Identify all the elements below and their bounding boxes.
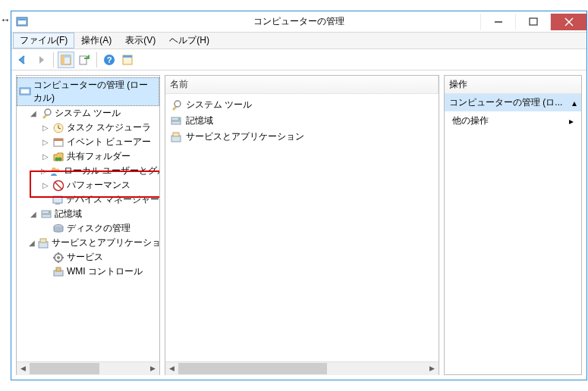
tree-h-scrollbar[interactable]: ◀ ▶ — [17, 361, 159, 374]
column-name[interactable]: 名前 — [165, 76, 439, 93]
list-item[interactable]: 記憶域 — [168, 113, 435, 129]
tree-label: パフォーマンス — [67, 179, 130, 192]
svg-point-26 — [56, 168, 60, 172]
storage-icon — [170, 115, 182, 127]
tree-label: イベント ビューアー — [67, 136, 151, 149]
tree-task-scheduler[interactable]: ▷ タスク スケジューラ — [17, 120, 159, 135]
tree-label: ディスクの管理 — [67, 222, 130, 235]
scroll-thumb[interactable] — [30, 363, 99, 374]
tree-body: コンピューターの管理 (ローカル) ◢ システム ツール ▷ タスク スケジュー… — [17, 76, 159, 361]
list-h-scrollbar[interactable]: ◀ ▶ — [165, 361, 439, 374]
svg-rect-2 — [18, 19, 26, 20]
users-icon — [49, 165, 61, 177]
menu-view[interactable]: 表示(V) — [118, 33, 162, 48]
forward-button[interactable] — [33, 52, 49, 68]
tree-root[interactable]: コンピューターの管理 (ローカル) — [17, 77, 159, 106]
list-header[interactable]: 名前 — [165, 76, 439, 94]
svg-rect-43 — [171, 121, 181, 124]
actions-group-label: コンピューターの管理 (ロ... — [449, 96, 562, 109]
tree-device-manager[interactable]: デバイス マネージャー — [17, 192, 159, 207]
svg-rect-40 — [56, 267, 61, 271]
expand-icon[interactable]: ▷ — [41, 124, 50, 132]
actions-more[interactable]: 他の操作 ▸ — [445, 111, 581, 130]
tree-services-apps[interactable]: ◢ サービスとアプリケーション — [17, 236, 159, 250]
scroll-thumb[interactable] — [178, 363, 327, 374]
tools-icon — [40, 108, 52, 120]
tree-local-users[interactable]: ▷ ローカル ユーザーとグループ — [17, 164, 159, 178]
main-window: コンピューターの管理 ファイル(F) 操作(A) 表示(V) ヘルプ(H) ? — [11, 11, 587, 380]
expand-icon[interactable]: ▷ — [41, 138, 50, 146]
list-item[interactable]: サービスとアプリケーション — [168, 129, 435, 145]
svg-point-25 — [52, 167, 56, 172]
list-item-label: 記憶域 — [186, 114, 213, 127]
svg-rect-22 — [54, 139, 63, 141]
tree-disk-management[interactable]: ディスクの管理 — [17, 221, 159, 236]
list-item[interactable]: システム ツール — [168, 97, 435, 113]
svg-point-17 — [45, 109, 51, 115]
scroll-left-button[interactable]: ◀ — [17, 362, 30, 375]
chevron-right-icon: ▸ — [569, 116, 574, 127]
svg-point-44 — [178, 118, 180, 120]
close-button[interactable] — [550, 14, 586, 30]
list-body: システム ツール 記憶域 サービスとアプリケーション — [165, 94, 439, 361]
tree-services[interactable]: サービス — [17, 250, 159, 264]
export-button[interactable] — [76, 52, 93, 68]
resize-cursor: ↔ — [0, 14, 11, 26]
svg-rect-46 — [173, 133, 179, 136]
scroll-left-button[interactable]: ◀ — [165, 362, 178, 375]
actions-item-label: 他の操作 — [452, 114, 489, 127]
actions-header: 操作 — [445, 76, 581, 94]
expand-icon[interactable]: ▷ — [41, 167, 47, 175]
svg-rect-36 — [40, 239, 46, 242]
menu-file[interactable]: ファイル(F) — [13, 33, 74, 48]
tree-label: WMI コントロール — [67, 265, 143, 278]
list-item-label: システム ツール — [186, 99, 252, 111]
scroll-right-button[interactable]: ▶ — [146, 362, 159, 375]
computer-icon — [19, 86, 31, 98]
scroll-right-button[interactable]: ▶ — [426, 362, 439, 375]
app-icon — [16, 16, 28, 28]
menubar: ファイル(F) 操作(A) 表示(V) ヘルプ(H) — [11, 33, 586, 49]
maximize-button[interactable] — [515, 14, 550, 30]
svg-rect-10 — [80, 56, 86, 64]
tree-label: サービスとアプリケーション — [52, 236, 159, 249]
clock-icon — [52, 122, 64, 134]
tree-label: 共有フォルダー — [67, 150, 130, 163]
device-icon — [52, 194, 64, 206]
tree-label: デバイス マネージャー — [66, 193, 159, 206]
svg-rect-32 — [42, 214, 51, 217]
tree-shared-folders[interactable]: ▷ 共有フォルダー — [17, 149, 159, 164]
collapse-up-icon[interactable]: ▴ — [572, 98, 577, 108]
tree-label: ローカル ユーザーとグループ — [64, 164, 159, 177]
properties-button[interactable] — [119, 52, 136, 68]
svg-rect-8 — [61, 55, 64, 64]
collapse-icon[interactable]: ◢ — [29, 239, 35, 247]
minimize-button[interactable] — [480, 14, 515, 30]
show-hide-tree-button[interactable] — [58, 52, 74, 68]
svg-rect-4 — [530, 18, 537, 25]
collapse-icon[interactable]: ◢ — [29, 210, 38, 218]
tree-label: サービス — [67, 251, 103, 264]
scroll-track[interactable] — [178, 362, 426, 375]
tree-wmi-control[interactable]: WMI コントロール — [17, 264, 159, 279]
tree-storage[interactable]: ◢ 記憶域 — [17, 207, 159, 221]
actions-group[interactable]: コンピューターの管理 (ロ... ▴ — [445, 94, 581, 111]
tree-label: システム ツール — [55, 107, 121, 120]
expand-icon[interactable]: ▷ — [41, 152, 50, 161]
tree-system-tools[interactable]: ◢ システム ツール — [17, 106, 159, 120]
expand-icon[interactable]: ▷ — [41, 181, 50, 189]
svg-rect-16 — [21, 89, 29, 93]
toolbar: ? — [11, 49, 586, 70]
help-button[interactable]: ? — [101, 52, 118, 68]
menu-help[interactable]: ヘルプ(H) — [162, 33, 216, 48]
menu-action[interactable]: 操作(A) — [74, 33, 118, 48]
scroll-track[interactable] — [30, 362, 146, 375]
tree-event-viewer[interactable]: ▷ イベント ビューアー — [17, 135, 159, 149]
list-pane: 名前 システム ツール 記憶域 サービスとアプリケーション ◀ — [165, 75, 439, 375]
tree-label: 記憶域 — [55, 208, 82, 221]
gear-icon — [52, 252, 64, 264]
collapse-icon[interactable]: ◢ — [29, 109, 38, 117]
tree-performance[interactable]: ▷ パフォーマンス — [17, 178, 159, 192]
storage-icon — [40, 208, 52, 221]
back-button[interactable] — [14, 52, 31, 68]
